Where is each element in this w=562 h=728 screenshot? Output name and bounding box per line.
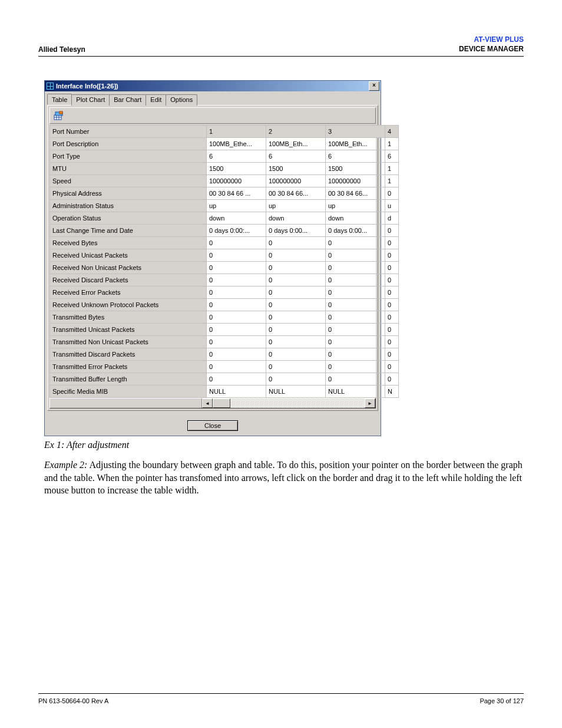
cell[interactable]: down bbox=[207, 212, 266, 225]
cell[interactable]: 0 bbox=[385, 361, 399, 373]
cell[interactable]: 100000000 bbox=[326, 175, 385, 187]
cell[interactable]: 0 bbox=[385, 262, 399, 274]
cell[interactable]: 0 bbox=[266, 348, 326, 361]
cell[interactable]: 100000000 bbox=[207, 175, 266, 187]
cell[interactable]: 1500 bbox=[207, 163, 266, 175]
cell[interactable]: 0 bbox=[207, 249, 266, 262]
cell[interactable]: 0 bbox=[385, 249, 399, 262]
cell[interactable]: 100000000 bbox=[266, 175, 326, 187]
cell[interactable]: 0 bbox=[207, 311, 266, 324]
cell[interactable]: 0 bbox=[385, 187, 399, 200]
cell[interactable]: 0 bbox=[207, 373, 266, 386]
cell[interactable]: up bbox=[207, 200, 266, 212]
cell[interactable]: 6 bbox=[385, 150, 399, 163]
cell[interactable]: 0 bbox=[326, 361, 385, 373]
cell[interactable]: 0 bbox=[385, 286, 399, 299]
cell[interactable]: 0 bbox=[326, 336, 385, 348]
cell[interactable]: 0 bbox=[207, 361, 266, 373]
cell[interactable]: 1 bbox=[385, 163, 399, 175]
cell[interactable]: 0 bbox=[326, 262, 385, 274]
cell[interactable]: 4 bbox=[385, 126, 399, 138]
tab-edit[interactable]: Edit bbox=[146, 94, 166, 106]
table-icon[interactable] bbox=[51, 109, 65, 122]
cell[interactable]: 0 bbox=[326, 274, 385, 286]
cell[interactable]: 6 bbox=[326, 150, 385, 163]
cell[interactable]: 6 bbox=[266, 150, 326, 163]
tab-options[interactable]: Options bbox=[166, 94, 197, 106]
cell[interactable]: 6 bbox=[207, 150, 266, 163]
cell[interactable]: 00 30 84 66 ... bbox=[207, 187, 266, 200]
cell[interactable]: 0 bbox=[326, 249, 385, 262]
cell[interactable]: NULL bbox=[326, 386, 385, 398]
cell[interactable]: 0 bbox=[385, 311, 399, 324]
cell[interactable]: 0 bbox=[266, 324, 326, 336]
cell[interactable]: 0 bbox=[385, 274, 399, 286]
cell[interactable]: 0 bbox=[326, 348, 385, 361]
scroll-track[interactable] bbox=[213, 398, 365, 408]
tab-table[interactable]: Table bbox=[47, 94, 72, 105]
cell[interactable]: 0 bbox=[207, 237, 266, 249]
cell[interactable]: 1 bbox=[385, 138, 399, 150]
scroll-left-icon[interactable]: ◄ bbox=[202, 398, 213, 408]
cell[interactable]: 0 bbox=[326, 324, 385, 336]
cell[interactable]: 0 bbox=[326, 311, 385, 324]
cell[interactable]: 0 bbox=[266, 286, 326, 299]
cell[interactable]: 0 bbox=[207, 274, 266, 286]
cell[interactable]: 3 bbox=[326, 126, 385, 138]
cell[interactable]: 0 bbox=[385, 324, 399, 336]
cell[interactable]: 0 bbox=[207, 324, 266, 336]
cell[interactable]: up bbox=[266, 200, 326, 212]
cell[interactable]: 1500 bbox=[266, 163, 326, 175]
cell[interactable]: 0 bbox=[207, 286, 266, 299]
scroll-thumb[interactable] bbox=[213, 398, 230, 408]
cell[interactable]: down bbox=[266, 212, 326, 225]
tab-bar-chart[interactable]: Bar Chart bbox=[109, 94, 146, 106]
data-grid[interactable]: Port Number1234Port Description100MB_Eth… bbox=[49, 125, 376, 398]
cell[interactable]: 0 bbox=[385, 237, 399, 249]
cell[interactable]: d bbox=[385, 212, 399, 225]
cell[interactable]: 0 bbox=[385, 225, 399, 237]
cell[interactable]: up bbox=[326, 200, 385, 212]
cell[interactable]: 0 bbox=[326, 286, 385, 299]
cell[interactable]: 100MB_Ethe... bbox=[207, 138, 266, 150]
cell[interactable]: 0 bbox=[266, 336, 326, 348]
cell[interactable]: 100MB_Eth... bbox=[326, 138, 385, 150]
cell[interactable]: 0 bbox=[207, 262, 266, 274]
cell[interactable]: 00 30 84 66... bbox=[266, 187, 326, 200]
cell[interactable]: 0 bbox=[207, 336, 266, 348]
cell[interactable]: down bbox=[326, 212, 385, 225]
cell[interactable]: 0 bbox=[385, 348, 399, 361]
cell[interactable]: N bbox=[385, 386, 399, 398]
tab-plot-chart[interactable]: Plot Chart bbox=[71, 94, 110, 106]
cell[interactable]: 2 bbox=[266, 126, 326, 138]
cell[interactable]: 0 bbox=[266, 361, 326, 373]
cell[interactable]: 0 bbox=[385, 336, 399, 348]
cell[interactable]: u bbox=[385, 200, 399, 212]
close-icon[interactable]: × bbox=[369, 81, 379, 91]
cell[interactable]: 1 bbox=[385, 175, 399, 187]
cell[interactable]: 0 bbox=[207, 348, 266, 361]
cell[interactable]: 0 bbox=[207, 299, 266, 311]
horizontal-scrollbar[interactable]: ◄ ► bbox=[49, 398, 376, 409]
cell[interactable]: 0 bbox=[266, 274, 326, 286]
cell[interactable]: 1500 bbox=[326, 163, 385, 175]
scroll-right-icon[interactable]: ► bbox=[365, 398, 375, 408]
cell[interactable]: 00 30 84 66... bbox=[326, 187, 385, 200]
cell[interactable]: 0 bbox=[385, 299, 399, 311]
cell[interactable]: 0 bbox=[385, 373, 399, 386]
cell[interactable]: 0 bbox=[266, 237, 326, 249]
cell[interactable]: 0 bbox=[326, 237, 385, 249]
cell[interactable]: 0 days 0:00... bbox=[266, 225, 326, 237]
close-button[interactable]: Close bbox=[187, 420, 238, 431]
cell[interactable]: 0 bbox=[266, 262, 326, 274]
cell[interactable]: 0 bbox=[266, 299, 326, 311]
cell[interactable]: 0 bbox=[266, 249, 326, 262]
cell[interactable]: 100MB_Eth... bbox=[266, 138, 326, 150]
cell[interactable]: 0 bbox=[266, 311, 326, 324]
cell[interactable]: 0 days 0:00:... bbox=[207, 225, 266, 237]
cell[interactable]: 0 bbox=[326, 299, 385, 311]
cell[interactable]: NULL bbox=[266, 386, 326, 398]
cell[interactable]: 0 days 0:00... bbox=[326, 225, 385, 237]
cell[interactable]: 0 bbox=[266, 373, 326, 386]
cell[interactable]: NULL bbox=[207, 386, 266, 398]
